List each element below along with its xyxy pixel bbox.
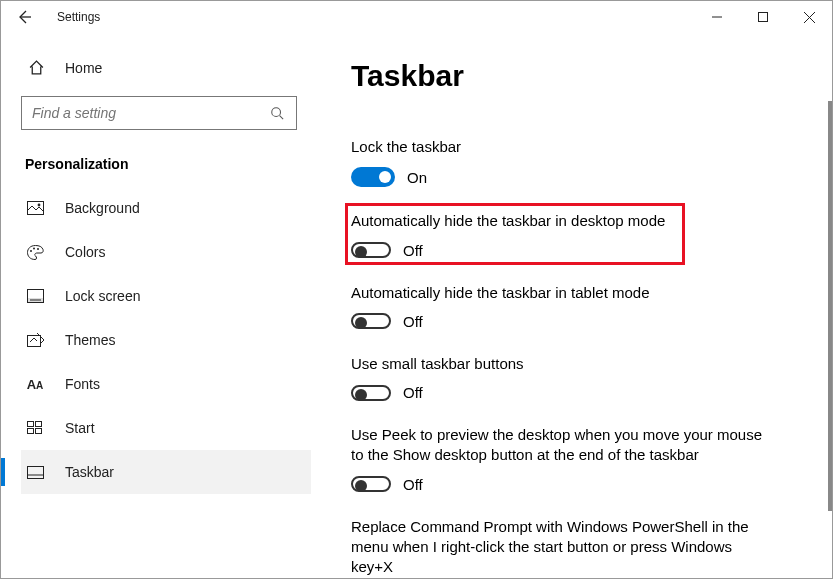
setting-small-buttons: Use small taskbar buttons Off <box>351 354 771 401</box>
sidebar-item-taskbar[interactable]: Taskbar <box>21 450 311 494</box>
svg-point-5 <box>33 247 35 249</box>
setting-powershell: Replace Command Prompt with Windows Powe… <box>351 517 771 578</box>
search-icon <box>268 106 286 120</box>
maximize-button[interactable] <box>740 1 786 33</box>
themes-icon <box>25 333 45 348</box>
sidebar-item-label: Taskbar <box>65 464 114 480</box>
svg-rect-14 <box>27 466 43 478</box>
page-title: Taskbar <box>351 59 802 93</box>
nav-list: Background Colors Lock screen Themes <box>21 186 311 494</box>
sidebar-item-label: Fonts <box>65 376 100 392</box>
search-input[interactable] <box>32 105 268 121</box>
home-nav[interactable]: Home <box>21 51 311 90</box>
svg-rect-12 <box>28 429 34 434</box>
close-icon <box>804 12 815 23</box>
toggle-autohide-tablet[interactable] <box>351 313 391 329</box>
window-controls <box>694 1 832 33</box>
setting-peek-preview: Use Peek to preview the desktop when you… <box>351 425 771 493</box>
setting-label: Automatically hide the taskbar in tablet… <box>351 283 771 303</box>
toggle-state: Off <box>403 242 423 259</box>
back-arrow-icon <box>16 9 32 25</box>
scrollbar[interactable] <box>828 101 832 511</box>
search-box[interactable] <box>21 96 297 130</box>
setting-autohide-tablet: Automatically hide the taskbar in tablet… <box>351 283 771 330</box>
setting-autohide-desktop: Automatically hide the taskbar in deskto… <box>351 211 771 258</box>
sidebar-item-label: Themes <box>65 332 116 348</box>
setting-label: Use Peek to preview the desktop when you… <box>351 425 771 466</box>
svg-point-4 <box>30 250 32 252</box>
toggle-state: Off <box>403 313 423 330</box>
image-icon <box>25 201 45 215</box>
sidebar-item-label: Background <box>65 200 140 216</box>
minimize-button[interactable] <box>694 1 740 33</box>
sidebar-item-fonts[interactable]: AA Fonts <box>21 362 311 406</box>
home-icon <box>25 59 47 76</box>
app-title: Settings <box>57 10 100 24</box>
taskbar-icon <box>25 466 45 479</box>
svg-point-3 <box>37 204 40 207</box>
svg-point-1 <box>272 108 281 117</box>
lockscreen-icon <box>25 289 45 303</box>
sidebar-item-start[interactable]: Start <box>21 406 311 450</box>
setting-label: Lock the taskbar <box>351 137 771 157</box>
close-button[interactable] <box>786 1 832 33</box>
toggle-peek-preview[interactable] <box>351 476 391 492</box>
toggle-lock-taskbar[interactable] <box>351 167 395 187</box>
setting-label: Automatically hide the taskbar in deskto… <box>351 211 771 231</box>
content-area: Taskbar Lock the taskbar On Automaticall… <box>321 33 832 578</box>
setting-lock-taskbar: Lock the taskbar On <box>351 137 771 187</box>
svg-rect-11 <box>36 422 42 427</box>
sidebar-item-background[interactable]: Background <box>21 186 311 230</box>
fonts-icon: AA <box>25 377 45 392</box>
svg-rect-10 <box>28 422 34 427</box>
svg-point-6 <box>37 248 39 250</box>
svg-rect-13 <box>36 429 42 434</box>
toggle-state: On <box>407 169 427 186</box>
sidebar-item-colors[interactable]: Colors <box>21 230 311 274</box>
sidebar: Home Personalization Background Colors <box>1 33 321 578</box>
start-icon <box>25 421 45 435</box>
svg-rect-15 <box>27 475 43 479</box>
sidebar-item-lock-screen[interactable]: Lock screen <box>21 274 311 318</box>
sidebar-item-label: Start <box>65 420 95 436</box>
minimize-icon <box>712 12 722 22</box>
palette-icon <box>25 245 45 260</box>
home-label: Home <box>65 60 102 76</box>
sidebar-item-themes[interactable]: Themes <box>21 318 311 362</box>
setting-label: Use small taskbar buttons <box>351 354 771 374</box>
sidebar-item-label: Colors <box>65 244 105 260</box>
toggle-small-buttons[interactable] <box>351 385 391 401</box>
svg-rect-0 <box>759 13 768 22</box>
category-header: Personalization <box>21 148 311 186</box>
toggle-state: Off <box>403 384 423 401</box>
setting-label: Replace Command Prompt with Windows Powe… <box>351 517 771 578</box>
sidebar-item-label: Lock screen <box>65 288 140 304</box>
toggle-state: Off <box>403 476 423 493</box>
back-button[interactable] <box>15 8 33 26</box>
maximize-icon <box>758 12 768 22</box>
svg-rect-9 <box>27 335 40 346</box>
toggle-autohide-desktop[interactable] <box>351 242 391 258</box>
